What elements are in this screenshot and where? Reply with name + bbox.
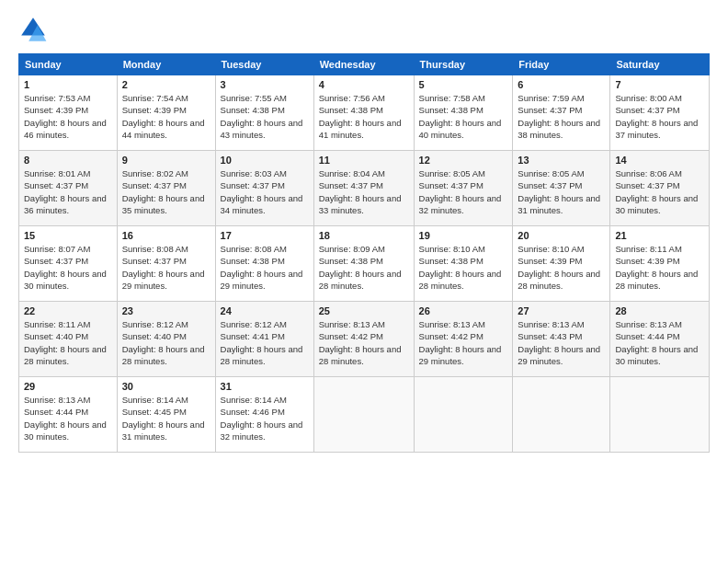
calendar-cell: 8 Sunrise: 8:01 AM Sunset: 4:37 PM Dayli… [19, 151, 118, 226]
calendar-cell: 19 Sunrise: 8:10 AM Sunset: 4:38 PM Dayl… [414, 226, 513, 302]
day-number: 17 [221, 230, 309, 241]
day-detail: Sunrise: 8:13 AM Sunset: 4:44 PM Dayligh… [24, 394, 112, 442]
sunset: Sunset: 4:39 PM [518, 256, 582, 266]
sunrise: Sunrise: 7:53 AM [24, 93, 90, 103]
weekday-thursday: Thursday [414, 54, 513, 75]
daylight: Daylight: 8 hours and 28 minutes. [615, 269, 698, 291]
week-row-1: 1 Sunrise: 7:53 AM Sunset: 4:39 PM Dayli… [19, 75, 710, 151]
day-detail: Sunrise: 8:12 AM Sunset: 4:41 PM Dayligh… [221, 318, 309, 367]
sunset: Sunset: 4:37 PM [24, 180, 88, 190]
calendar-cell: 18 Sunrise: 8:09 AM Sunset: 4:38 PM Dayl… [313, 226, 414, 302]
day-detail: Sunrise: 8:14 AM Sunset: 4:45 PM Dayligh… [122, 394, 210, 442]
calendar-cell: 21 Sunrise: 8:11 AM Sunset: 4:39 PM Dayl… [610, 226, 710, 302]
calendar-cell: 5 Sunrise: 7:58 AM Sunset: 4:38 PM Dayli… [414, 75, 513, 151]
day-detail: Sunrise: 8:13 AM Sunset: 4:42 PM Dayligh… [419, 318, 508, 367]
sunset: Sunset: 4:45 PM [122, 407, 187, 417]
daylight: Daylight: 8 hours and 30 minutes. [615, 344, 698, 366]
sunrise: Sunrise: 8:10 AM [518, 244, 584, 254]
calendar-cell: 7 Sunrise: 8:00 AM Sunset: 4:37 PM Dayli… [610, 75, 710, 151]
sunset: Sunset: 4:39 PM [615, 256, 679, 266]
daylight: Daylight: 8 hours and 36 minutes. [24, 193, 107, 215]
day-detail: Sunrise: 8:04 AM Sunset: 4:37 PM Dayligh… [319, 167, 409, 216]
sunrise: Sunrise: 7:56 AM [319, 93, 385, 103]
calendar-cell: 31 Sunrise: 8:14 AM Sunset: 4:46 PM Dayl… [215, 377, 313, 453]
day-detail: Sunrise: 8:05 AM Sunset: 4:37 PM Dayligh… [419, 167, 508, 216]
day-number: 15 [24, 230, 112, 241]
sunrise: Sunrise: 8:12 AM [221, 319, 287, 329]
sunrise: Sunrise: 8:06 AM [615, 168, 681, 178]
day-detail: Sunrise: 7:55 AM Sunset: 4:38 PM Dayligh… [221, 92, 309, 141]
day-detail: Sunrise: 8:13 AM Sunset: 4:44 PM Dayligh… [615, 318, 704, 367]
calendar-cell: 17 Sunrise: 8:08 AM Sunset: 4:38 PM Dayl… [215, 226, 313, 302]
calendar-cell: 25 Sunrise: 8:13 AM Sunset: 4:42 PM Dayl… [313, 302, 414, 377]
calendar-cell: 12 Sunrise: 8:05 AM Sunset: 4:37 PM Dayl… [414, 151, 513, 226]
calendar-cell: 15 Sunrise: 8:07 AM Sunset: 4:37 PM Dayl… [19, 226, 118, 302]
sunrise: Sunrise: 8:09 AM [319, 244, 385, 254]
sunset: Sunset: 4:40 PM [24, 331, 88, 341]
sunset: Sunset: 4:42 PM [319, 331, 383, 341]
daylight: Daylight: 8 hours and 38 minutes. [518, 118, 600, 140]
daylight: Daylight: 8 hours and 41 minutes. [319, 118, 402, 140]
sunset: Sunset: 4:38 PM [221, 256, 285, 266]
day-detail: Sunrise: 8:13 AM Sunset: 4:43 PM Dayligh… [518, 318, 605, 367]
day-number: 10 [221, 155, 309, 166]
calendar-cell [414, 377, 513, 453]
day-detail: Sunrise: 7:59 AM Sunset: 4:37 PM Dayligh… [518, 92, 605, 141]
sunrise: Sunrise: 7:54 AM [122, 93, 188, 103]
day-number: 12 [419, 155, 508, 166]
day-detail: Sunrise: 8:02 AM Sunset: 4:37 PM Dayligh… [122, 167, 210, 216]
daylight: Daylight: 8 hours and 34 minutes. [221, 193, 303, 215]
day-number: 5 [419, 79, 508, 90]
sunrise: Sunrise: 8:13 AM [518, 319, 584, 329]
daylight: Daylight: 8 hours and 44 minutes. [122, 118, 205, 140]
daylight: Daylight: 8 hours and 31 minutes. [122, 419, 205, 442]
calendar-cell: 24 Sunrise: 8:12 AM Sunset: 4:41 PM Dayl… [215, 302, 313, 377]
weekday-tuesday: Tuesday [215, 54, 313, 75]
calendar-cell: 30 Sunrise: 8:14 AM Sunset: 4:45 PM Dayl… [117, 377, 215, 453]
daylight: Daylight: 8 hours and 43 minutes. [221, 118, 303, 140]
day-number: 24 [221, 305, 309, 316]
sunrise: Sunrise: 8:04 AM [319, 168, 385, 178]
day-detail: Sunrise: 8:14 AM Sunset: 4:46 PM Dayligh… [221, 394, 309, 442]
daylight: Daylight: 8 hours and 32 minutes. [419, 193, 502, 215]
weekday-monday: Monday [117, 54, 215, 75]
daylight: Daylight: 8 hours and 28 minutes. [518, 269, 600, 291]
sunrise: Sunrise: 8:13 AM [419, 319, 485, 329]
calendar-cell: 27 Sunrise: 8:13 AM Sunset: 4:43 PM Dayl… [513, 302, 610, 377]
daylight: Daylight: 8 hours and 28 minutes. [319, 344, 402, 366]
daylight: Daylight: 8 hours and 46 minutes. [24, 118, 107, 140]
weekday-header-row: SundayMondayTuesdayWednesdayThursdayFrid… [19, 54, 710, 75]
sunrise: Sunrise: 8:11 AM [615, 244, 681, 254]
calendar-cell: 13 Sunrise: 8:05 AM Sunset: 4:37 PM Dayl… [513, 151, 610, 226]
daylight: Daylight: 8 hours and 29 minutes. [122, 269, 205, 291]
day-number: 9 [122, 155, 210, 166]
sunset: Sunset: 4:46 PM [221, 407, 285, 417]
sunrise: Sunrise: 7:59 AM [518, 93, 584, 103]
daylight: Daylight: 8 hours and 29 minutes. [518, 344, 600, 366]
sunset: Sunset: 4:44 PM [24, 407, 88, 417]
week-row-2: 8 Sunrise: 8:01 AM Sunset: 4:37 PM Dayli… [19, 151, 710, 226]
daylight: Daylight: 8 hours and 28 minutes. [319, 269, 402, 291]
daylight: Daylight: 8 hours and 30 minutes. [24, 419, 107, 442]
daylight: Daylight: 8 hours and 30 minutes. [24, 269, 107, 291]
day-number: 6 [518, 79, 605, 90]
day-detail: Sunrise: 7:53 AM Sunset: 4:39 PM Dayligh… [24, 92, 112, 141]
sunset: Sunset: 4:42 PM [419, 331, 483, 341]
sunset: Sunset: 4:37 PM [518, 105, 582, 115]
daylight: Daylight: 8 hours and 40 minutes. [419, 118, 502, 140]
day-number: 31 [221, 381, 309, 392]
calendar-cell: 20 Sunrise: 8:10 AM Sunset: 4:39 PM Dayl… [513, 226, 610, 302]
sunset: Sunset: 4:37 PM [221, 180, 285, 190]
day-number: 22 [24, 305, 112, 316]
daylight: Daylight: 8 hours and 28 minutes. [122, 344, 205, 366]
day-detail: Sunrise: 8:09 AM Sunset: 4:38 PM Dayligh… [319, 243, 409, 292]
day-detail: Sunrise: 8:07 AM Sunset: 4:37 PM Dayligh… [24, 243, 112, 292]
day-detail: Sunrise: 8:06 AM Sunset: 4:37 PM Dayligh… [615, 167, 704, 216]
day-number: 11 [319, 155, 409, 166]
day-detail: Sunrise: 7:58 AM Sunset: 4:38 PM Dayligh… [419, 92, 508, 141]
sunset: Sunset: 4:40 PM [122, 331, 187, 341]
day-detail: Sunrise: 8:08 AM Sunset: 4:37 PM Dayligh… [122, 243, 210, 292]
day-detail: Sunrise: 8:10 AM Sunset: 4:38 PM Dayligh… [419, 243, 508, 292]
logo-icon [18, 15, 48, 44]
daylight: Daylight: 8 hours and 29 minutes. [221, 269, 303, 291]
